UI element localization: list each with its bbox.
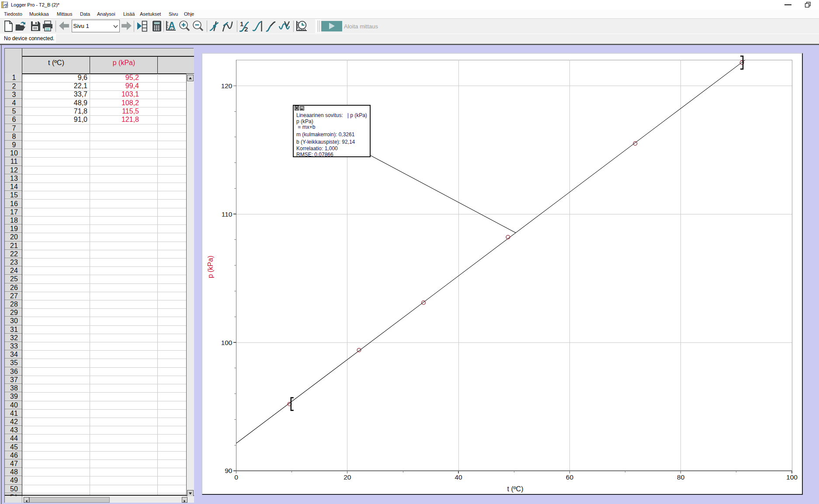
svg-text:60: 60 [566, 473, 574, 481]
svg-text:0: 0 [234, 473, 238, 481]
svg-text:2: 2 [244, 25, 248, 32]
svg-text:120: 120 [221, 82, 233, 90]
svg-text:40: 40 [455, 473, 462, 481]
svg-text:110: 110 [222, 211, 233, 218]
svg-text:1: 1 [240, 20, 243, 28]
svg-text:100: 100 [786, 473, 798, 481]
svg-text:A: A [168, 20, 176, 31]
svg-text:90: 90 [225, 467, 233, 474]
svg-text:80: 80 [677, 473, 685, 481]
svg-text:20: 20 [344, 473, 351, 481]
svg-text:100: 100 [221, 339, 233, 346]
